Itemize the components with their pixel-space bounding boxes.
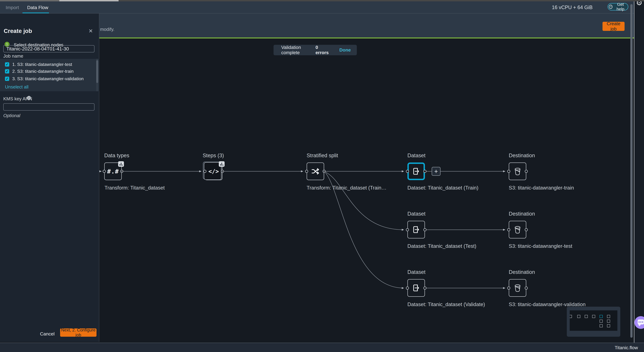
destination-item-validation[interactable]: ✓ 3. S3: titanic-datawrangler-validation [5,76,84,82]
vertical-scrollbar[interactable] [630,4,632,338]
get-help-label: Get help [614,2,627,11]
node-dataset-train[interactable] [408,162,425,180]
validation-done-link[interactable]: Done [340,47,351,53]
input-port[interactable] [507,287,510,290]
node-destination-test[interactable] [509,221,526,238]
s3-bucket-icon [512,283,522,293]
node-label: Dataset: Titanic_dataset (Validate) [408,302,485,307]
chat-bubble-icon [638,320,644,325]
minimap-node [577,315,580,318]
node-title: Dataset [408,211,426,217]
kms-key-input[interactable] [3,103,94,110]
gear-icon[interactable]: ⚙ [636,1,642,7]
right-rail-divider [634,1,634,343]
validation-error-count: 0 errors [316,45,330,55]
input-port[interactable] [406,228,409,231]
output-port[interactable] [424,287,426,290]
resource-usage: 16 vCPU + 64 GiB [552,1,592,13]
flow-header: modify. Create job [99,13,634,37]
output-port[interactable] [424,170,426,173]
destination-list: ✓ 1. S3: titanic-datawrangler-test ✓ 2. … [0,59,99,91]
minimap-node [600,324,603,327]
tab-data-flow-label: Data Flow [27,5,48,10]
job-name-input[interactable] [3,45,94,52]
node-title: Data types [104,153,129,158]
list-scrollbar-thumb[interactable] [96,60,98,83]
optional-hint: Optional [3,113,20,118]
node-label: S3: titanic-datawrangler-test [509,243,572,249]
output-port[interactable]: + [221,170,224,173]
minimap-node [607,315,610,318]
code-icon: </> [208,168,219,175]
minimap[interactable] [567,307,620,337]
input-port[interactable] [203,170,206,173]
output-port[interactable]: + [322,170,326,173]
tab-import[interactable]: Import [6,1,19,13]
status-bar: Titanic.flow [0,343,644,352]
checkbox-checked-icon[interactable]: ✓ [5,69,9,73]
tab-import-label: Import [6,5,19,10]
node-dataset-test[interactable] [408,221,425,238]
bar-chart-badge-icon [118,161,124,167]
close-icon[interactable]: ✕ [88,28,93,34]
output-port[interactable] [525,170,528,173]
destination-item-test[interactable]: ✓ 1. S3: titanic-datawrangler-test [5,61,72,67]
node-label: Dataset: Titanic_dataset (Train) [408,185,478,191]
validation-banner: Validation complete 0 errors Done [274,45,357,55]
s3-bucket-icon [512,225,522,235]
node-stratified-split[interactable] [307,162,324,180]
create-job-button[interactable]: Create job [602,22,624,31]
node-label: S3: titanic-datawrangler-train [509,185,574,191]
info-icon[interactable]: i [27,96,31,100]
minimap-node [600,320,603,323]
input-port[interactable] [103,170,106,173]
job-name-label: Job name [3,53,23,59]
window-top-edge [0,0,59,1]
node-title: Dataset [408,269,426,275]
window-top-edge-tab [59,0,118,1]
split-icon [310,166,320,176]
minimap-node [592,315,595,318]
node-dataset-validate[interactable] [408,279,425,297]
app-window: Import Data Flow 16 vCPU + 64 GiB ? Get … [0,0,644,352]
output-port[interactable] [525,287,528,290]
destination-item-label: 1. S3: titanic-datawrangler-test [12,62,72,67]
top-tab-bar: Import Data Flow 16 vCPU + 64 GiB [0,1,634,13]
tab-data-flow[interactable]: Data Flow [27,1,48,13]
node-destination-train[interactable] [509,162,526,180]
node-label: S3: titanic-datawrangler-validation [509,302,586,307]
input-port[interactable] [305,170,308,173]
flow-filename: Titanic.flow [615,345,638,350]
checkbox-checked-icon[interactable]: ✓ [5,62,9,66]
node-data-types[interactable]: #.# [104,162,122,180]
output-port[interactable] [525,228,528,231]
destination-item-train[interactable]: ✓ 2. S3: titanic-datawrangler-train [5,68,74,74]
output-port[interactable]: + [120,170,123,173]
cancel-button[interactable]: Cancel [40,331,54,337]
node-title: Stratified split [307,153,338,158]
numeric-icon: #.# [107,168,119,175]
node-destination-validation[interactable] [509,279,526,297]
next-configure-job-button[interactable]: Next, 2. Configure job [60,329,96,337]
create-job-panel: Create job ✕ 1 Select destination nodes … [0,13,99,342]
info-text-fragment: modify. [100,27,114,32]
checkbox-checked-icon[interactable]: ✓ [5,77,9,81]
minimap-node-selected [600,315,603,318]
export-icon [412,225,421,234]
s3-bucket-icon [512,166,522,176]
node-label: Transform: Titanic_dataset [104,185,165,191]
minimap-node [570,315,572,318]
get-help-button[interactable]: ? Get help [608,3,628,10]
input-port[interactable] [507,170,510,173]
destination-item-label: 2. S3: titanic-datawrangler-train [12,69,74,74]
output-port[interactable] [424,228,426,231]
input-port[interactable] [406,287,409,290]
input-port[interactable] [406,170,409,173]
input-port[interactable] [507,228,510,231]
panel-title: Create job [4,28,32,34]
unselect-all-link[interactable]: Unselect all [5,84,28,90]
node-steps[interactable]: </> [205,162,222,180]
minimap-node [607,320,610,323]
node-title: Destination [509,211,535,217]
add-node-button[interactable]: + [432,167,440,176]
